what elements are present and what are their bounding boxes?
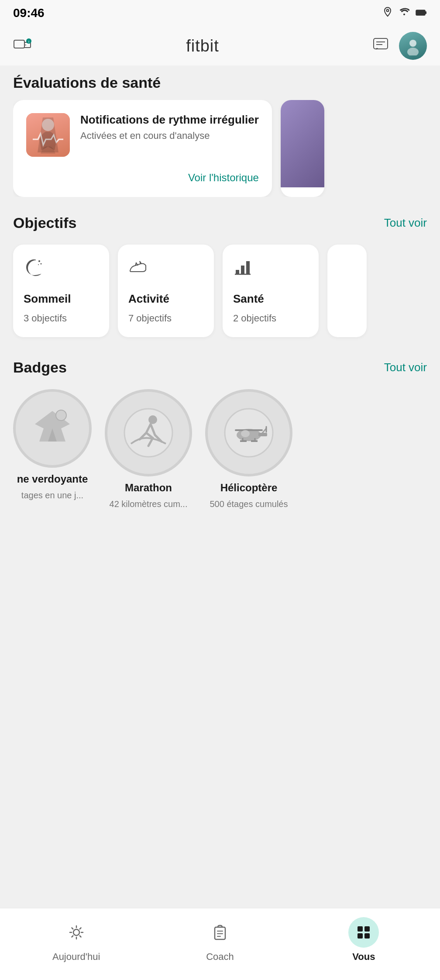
badges-tout-voir-link[interactable]: Tout voir — [384, 361, 427, 374]
goal-card-activite[interactable]: Activité 7 objectifs — [118, 245, 214, 337]
svg-line-42 — [79, 928, 81, 929]
svg-point-34 — [73, 929, 79, 935]
avatar[interactable] — [399, 32, 427, 60]
svg-point-23 — [148, 415, 157, 424]
svg-point-21 — [56, 410, 66, 421]
goal-name-sommeil: Sommeil — [24, 292, 71, 306]
chat-button[interactable] — [373, 38, 388, 54]
svg-rect-1 — [416, 10, 425, 15]
health-card-text: Notifications de rythme irrégulier Activ… — [80, 113, 259, 141]
svg-line-41 — [72, 936, 73, 937]
goals-section-header: Objectifs Tout voir — [13, 214, 427, 231]
badge-desc-marathon: 42 kilomètres cum... — [110, 499, 188, 509]
nav-icon-wrap-today — [61, 917, 92, 948]
battery-icon — [416, 7, 427, 19]
chat-icon — [373, 38, 388, 52]
goal-card-partial — [327, 245, 367, 337]
goal-count-sommeil: 3 objectifs — [24, 313, 67, 324]
nav-item-vous[interactable]: Vous — [320, 917, 407, 963]
badge-circle-verdoyante — [13, 389, 92, 468]
moon-icon — [24, 258, 43, 281]
devices-icon: ! — [13, 38, 32, 52]
goals-section-title: Objectifs — [13, 214, 76, 231]
nav-icon-wrap-vous — [348, 917, 379, 948]
card-title: Notifications de rythme irrégulier — [80, 113, 259, 127]
status-time: 09:46 — [13, 6, 45, 20]
app-bar-left: ! — [13, 38, 32, 54]
nav-item-today[interactable]: Aujourd'hui — [33, 917, 120, 963]
goal-card-sommeil[interactable]: Sommeil 3 objectifs — [13, 245, 109, 337]
svg-point-12 — [407, 48, 419, 55]
svg-text:!: ! — [28, 40, 30, 44]
health-card-link[interactable]: Voir l'historique — [26, 167, 259, 184]
badges-section-header: Badges Tout voir — [13, 359, 427, 376]
status-bar: 09:46 — [0, 0, 440, 26]
svg-point-13 — [42, 119, 54, 131]
svg-rect-17 — [236, 270, 239, 274]
bottom-nav: Aujourd'hui Coach Vous — [0, 908, 440, 980]
goal-name-sante: Santé — [233, 292, 264, 306]
wifi-icon — [399, 7, 409, 20]
nav-label-coach: Coach — [206, 951, 234, 963]
nav-icon-wrap-coach — [205, 917, 235, 948]
health-card-partial — [281, 100, 324, 197]
status-icons — [382, 7, 427, 20]
svg-point-22 — [124, 409, 172, 457]
badge-circle-marathon — [105, 389, 192, 476]
chart-bar-icon — [233, 258, 252, 281]
location-icon — [382, 7, 393, 20]
svg-point-14 — [38, 260, 40, 262]
svg-point-11 — [409, 40, 416, 47]
health-card-image — [26, 113, 70, 157]
badge-circle-helicoptere — [205, 389, 292, 476]
shoe-icon — [128, 258, 148, 281]
app-title: fitbit — [186, 37, 219, 55]
goal-name-activite: Activité — [128, 292, 169, 306]
svg-point-0 — [387, 10, 389, 12]
badge-desc-helicoptere: 500 étages cumulés — [210, 499, 288, 509]
card-subtitle: Activées et en cours d'analyse — [80, 130, 259, 141]
goal-card-sante[interactable]: Santé 2 objectifs — [223, 245, 319, 337]
svg-line-39 — [72, 928, 73, 929]
badge-item-helicoptere[interactable]: Hélicoptère 500 étages cumulés — [205, 389, 292, 509]
clipboard-icon — [212, 924, 228, 941]
svg-point-33 — [241, 430, 250, 437]
health-cards-container: Notifications de rythme irrégulier Activ… — [0, 100, 440, 197]
sun-icon — [68, 924, 85, 941]
badges-section-title: Badges — [13, 359, 67, 376]
svg-point-16 — [38, 264, 39, 265]
badge-item-marathon[interactable]: Marathon 42 kilomètres cum... — [105, 389, 192, 509]
svg-rect-8 — [374, 38, 388, 49]
health-card-image-partial — [281, 100, 324, 187]
health-section-header: Évaluations de santé — [13, 74, 427, 91]
svg-rect-47 — [358, 926, 363, 932]
health-card-irregular-rhythm[interactable]: Notifications de rythme irrégulier Activ… — [13, 100, 272, 197]
goal-count-sante: 2 objectifs — [233, 313, 276, 324]
app-bar: ! fitbit — [0, 26, 440, 66]
nav-label-today: Aujourd'hui — [52, 951, 100, 963]
devices-button[interactable]: ! — [13, 38, 32, 54]
svg-line-40 — [79, 936, 81, 937]
main-content: Évaluations de santé — [0, 66, 440, 601]
goals-tout-voir-link[interactable]: Tout voir — [384, 216, 427, 230]
svg-rect-19 — [246, 261, 250, 274]
badges-scroll: ne verdoyante tages en une j... Marathon… — [0, 385, 440, 514]
health-cards-scroll: Notifications de rythme irrégulier Activ… — [13, 100, 427, 197]
health-card-top: Notifications de rythme irrégulier Activ… — [26, 113, 259, 157]
badge-name-verdoyante: ne verdoyante — [17, 473, 88, 485]
badge-name-helicoptere: Hélicoptère — [220, 482, 278, 494]
svg-rect-18 — [241, 266, 244, 274]
badge-desc-verdoyante: tages en une j... — [21, 490, 83, 500]
nav-item-coach[interactable]: Coach — [176, 917, 264, 963]
svg-rect-2 — [425, 11, 426, 14]
nav-label-vous: Vous — [352, 951, 375, 963]
goal-count-activite: 7 objectifs — [128, 313, 172, 324]
badge-item-verdoyante[interactable]: ne verdoyante tages en une j... — [13, 389, 92, 509]
svg-rect-50 — [364, 933, 370, 939]
badge-name-marathon: Marathon — [125, 482, 172, 494]
grid-icon — [355, 924, 372, 941]
svg-rect-49 — [358, 933, 363, 939]
goals-scroll: Sommeil 3 objectifs Activité 7 objectifs — [0, 240, 440, 342]
svg-rect-3 — [14, 40, 24, 48]
app-bar-right — [373, 32, 427, 60]
